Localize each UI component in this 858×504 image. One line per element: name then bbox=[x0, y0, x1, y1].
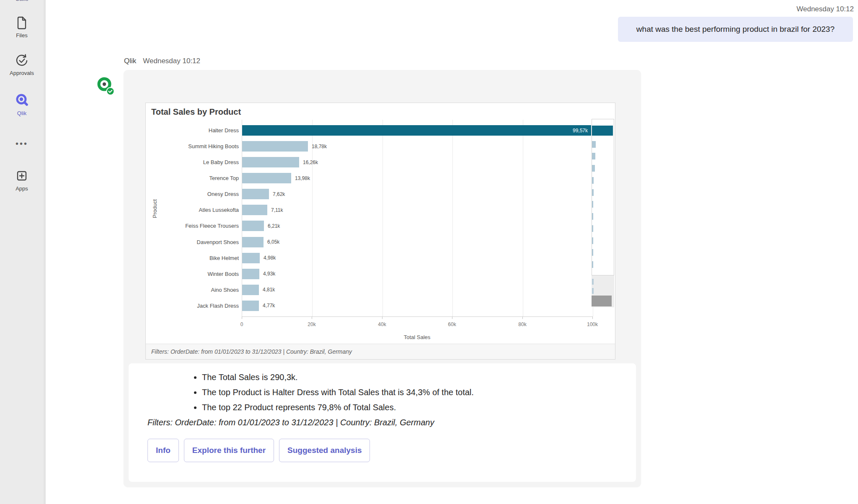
bar-row: 99,57k bbox=[242, 125, 593, 136]
bar-le-baby-dress[interactable] bbox=[242, 157, 299, 167]
insights-filters-line: Filters: OrderDate: from 01/01/2023 to 3… bbox=[147, 418, 636, 427]
tick-mark bbox=[452, 316, 452, 319]
approvals-icon bbox=[14, 53, 29, 68]
bar-feiss-fleece-trousers[interactable] bbox=[242, 221, 264, 231]
tick-label: 100k bbox=[587, 321, 598, 327]
apps-icon bbox=[14, 168, 29, 183]
minimap-bar bbox=[592, 249, 593, 256]
chart-scroll-minimap[interactable] bbox=[592, 119, 614, 307]
category-label: Winter Boots bbox=[163, 269, 239, 279]
y-axis-title: Product bbox=[152, 199, 158, 218]
file-icon bbox=[14, 15, 29, 30]
bar-value-label: 99,57k bbox=[573, 128, 588, 134]
info-button[interactable]: Info bbox=[147, 439, 179, 462]
bar-value-label: 6,21k bbox=[268, 223, 280, 229]
insights-panel: The Total Sales is 290,3k. The top Produ… bbox=[129, 363, 636, 482]
sidebar-item-label: Approvals bbox=[0, 70, 44, 76]
message-timestamp: Wednesday 10:12 bbox=[143, 57, 200, 65]
bar-summit-hiking-boots[interactable] bbox=[242, 141, 308, 152]
sidebar-item-label: Apps bbox=[0, 185, 44, 192]
conversation-timestamp: Wednesday 10:12 bbox=[796, 5, 854, 13]
tick-mark bbox=[312, 316, 312, 319]
bar-row: 4,77k bbox=[242, 301, 593, 311]
app-rail: Calls Files Approvals Qlik bbox=[0, 0, 46, 504]
sidebar-item-files[interactable]: Files bbox=[0, 15, 44, 39]
tick-label: 80k bbox=[518, 321, 526, 327]
tick-mark bbox=[592, 316, 593, 319]
bar-atles-lussekofta[interactable] bbox=[242, 205, 267, 215]
bar-chart: Total Sales by Product Product Halter Dr… bbox=[146, 103, 615, 344]
bar-bike-helmet[interactable] bbox=[242, 253, 260, 263]
category-label: Halter Dress bbox=[163, 125, 239, 136]
category-label: Onesy Dress bbox=[163, 189, 239, 199]
bar-winter-boots[interactable] bbox=[242, 269, 259, 279]
category-label: Summit Hiking Boots bbox=[163, 141, 239, 152]
bar-row: 7,11k bbox=[242, 205, 593, 215]
bar-value-label: 16,26k bbox=[303, 159, 318, 165]
minimap-bar bbox=[592, 261, 593, 268]
bar-value-label: 4,77k bbox=[263, 303, 275, 309]
sidebar-item-qlik[interactable]: Qlik bbox=[0, 92, 44, 116]
minimap-bar-overflow bbox=[592, 288, 594, 294]
bar-onesy-dress[interactable] bbox=[242, 189, 269, 199]
bar-value-label: 4,81k bbox=[263, 287, 275, 293]
bar-row: 6,05k bbox=[242, 237, 593, 247]
sidebar-item-label: Files bbox=[0, 32, 44, 39]
bar-aino-shoes[interactable] bbox=[242, 285, 259, 295]
bar-terence-top[interactable] bbox=[242, 173, 291, 183]
bar-value-label: 13,98k bbox=[295, 175, 310, 181]
bar-halter-dress[interactable] bbox=[242, 125, 591, 136]
minimap-bars bbox=[592, 120, 614, 273]
chart-filters-caption: Filters: OrderDate: from 01/01/2023 to 3… bbox=[146, 344, 615, 359]
category-label: Terence Top bbox=[163, 173, 239, 183]
minimap-bar bbox=[592, 213, 593, 220]
explore-further-button[interactable]: Explore this further bbox=[184, 439, 274, 462]
sidebar-item-label: Calls bbox=[0, 0, 44, 2]
bot-message-card: Total Sales by Product Product Halter Dr… bbox=[124, 70, 641, 487]
category-label: Aino Shoes bbox=[163, 285, 239, 295]
x-axis-title: Total Sales bbox=[242, 334, 592, 340]
user-message-bubble: what was the best performing product in … bbox=[618, 17, 853, 42]
minimap-bar-overflow bbox=[592, 279, 594, 285]
sidebar-item-approvals[interactable]: Approvals bbox=[0, 53, 44, 76]
bar-row: 7,62k bbox=[242, 189, 593, 199]
bar-row: 4,81k bbox=[242, 285, 593, 295]
suggested-analysis-button[interactable]: Suggested analysis bbox=[279, 439, 370, 462]
action-button-row: Info Explore this further Suggested anal… bbox=[147, 439, 636, 462]
insight-bullet: The Total Sales is 290,3k. bbox=[202, 373, 636, 382]
tick-label: 0 bbox=[240, 321, 243, 327]
tick-label: 40k bbox=[378, 321, 386, 327]
minimap-bar bbox=[592, 177, 594, 184]
sidebar-item-calls[interactable]: Calls bbox=[0, 0, 44, 4]
plot-area: 99,57k18,78k16,26k13,98k7,62k7,11k6,21k6… bbox=[242, 120, 593, 317]
minimap-viewport[interactable] bbox=[592, 119, 614, 275]
bar-row: 4,93k bbox=[242, 269, 593, 279]
category-label: Atles Lussekofta bbox=[163, 205, 239, 215]
minimap-bar bbox=[592, 165, 595, 172]
category-label: Le Baby Dress bbox=[163, 157, 239, 167]
sidebar-item-apps[interactable]: Apps bbox=[0, 168, 44, 192]
bar-row: 6,21k bbox=[242, 221, 593, 231]
bar-value-label: 18,78k bbox=[312, 144, 327, 149]
bar-value-label: 6,05k bbox=[267, 239, 279, 245]
insight-bullet: The top Product is Halter Dress with Tot… bbox=[202, 388, 636, 397]
category-label: Jack Flash Dress bbox=[163, 301, 239, 311]
minimap-bar bbox=[592, 153, 595, 159]
minimap-scroll-handle[interactable] bbox=[592, 296, 612, 306]
qlik-avatar bbox=[96, 76, 116, 97]
insight-bullet: The top 22 Product represents 79,8% of T… bbox=[202, 403, 636, 412]
sidebar-item-label: Qlik bbox=[0, 110, 44, 116]
bar-davenport-shoes[interactable] bbox=[242, 237, 264, 247]
tick-label: 20k bbox=[308, 321, 315, 327]
bar-row: 18,78k bbox=[242, 141, 593, 152]
category-label: Feiss Fleece Trousers bbox=[163, 221, 239, 231]
sender-name: Qlik bbox=[124, 57, 136, 65]
bar-jack-flash-dress[interactable] bbox=[242, 301, 259, 311]
more-options-icon[interactable]: ••• bbox=[0, 139, 44, 149]
minimap-bar bbox=[592, 141, 596, 148]
bar-row: 16,26k bbox=[242, 157, 593, 167]
tick-mark bbox=[382, 316, 382, 319]
bar-row: 13,98k bbox=[242, 173, 593, 183]
qlik-avatar-icon bbox=[96, 76, 116, 97]
bar-value-label: 4,98k bbox=[264, 255, 276, 261]
